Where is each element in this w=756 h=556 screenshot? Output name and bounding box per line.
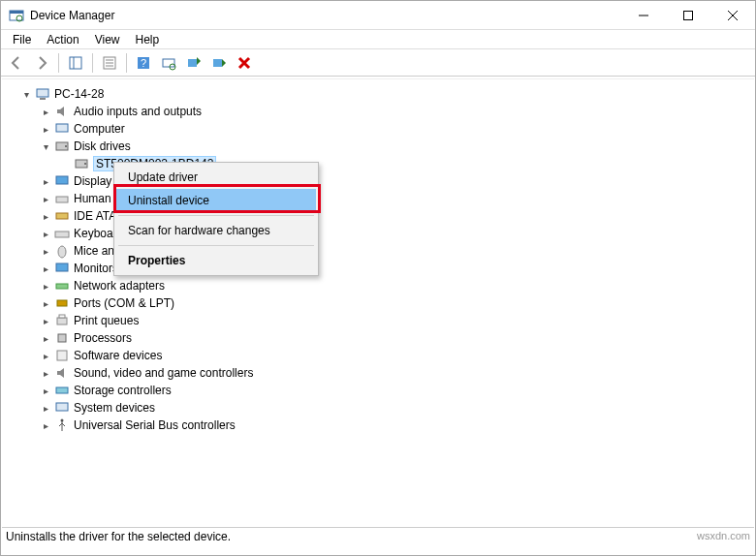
ctx-label: Update driver [128, 170, 198, 184]
svg-rect-40 [56, 387, 68, 393]
tree-node-disk-drives[interactable]: ▾ Disk drives [6, 138, 754, 155]
tree-node-sound[interactable]: ▸ Sound, video and game controllers [6, 364, 754, 382]
tree-node-processors[interactable]: ▸ Processors [6, 329, 754, 347]
update-driver-button[interactable] [182, 51, 205, 75]
menu-file[interactable]: File [5, 31, 39, 48]
svg-rect-35 [57, 300, 67, 306]
toolbar-separator [92, 53, 93, 73]
help-button[interactable]: ? [132, 51, 155, 75]
disk-icon [54, 139, 70, 154]
svg-rect-36 [57, 318, 67, 324]
expand-icon[interactable]: ▸ [39, 227, 52, 240]
expand-icon[interactable]: ▸ [39, 209, 52, 223]
tree-node-usb[interactable]: ▸ Universal Serial Bus controllers [6, 417, 754, 434]
tree-node-ports[interactable]: ▸ Ports (COM & LPT) [6, 294, 754, 312]
expand-icon[interactable]: ▸ [39, 314, 52, 327]
expand-icon[interactable]: ▸ [39, 262, 52, 275]
expand-icon[interactable]: ▸ [39, 331, 52, 345]
forward-button[interactable] [30, 51, 53, 75]
minimize-button[interactable] [621, 1, 666, 30]
expand-icon[interactable]: ▸ [39, 296, 52, 310]
expand-icon[interactable]: ▸ [39, 244, 52, 258]
tree-node-system[interactable]: ▸ System devices [6, 399, 754, 417]
expand-icon[interactable]: ▸ [39, 192, 52, 205]
expand-icon[interactable]: ▸ [39, 366, 52, 380]
expand-icon[interactable]: ▸ [39, 105, 52, 118]
ctx-uninstall-device[interactable]: Uninstall device [116, 189, 316, 212]
close-button[interactable] [710, 1, 755, 30]
ctx-update-driver[interactable]: Update driver [116, 166, 316, 189]
tree-label: IDE ATA [74, 209, 116, 223]
usb-icon [54, 417, 70, 433]
svg-point-42 [61, 419, 64, 422]
collapse-icon[interactable]: ▾ [19, 87, 33, 101]
tree-label: Sound, video and game controllers [74, 366, 253, 380]
expand-icon[interactable]: ▸ [39, 401, 52, 415]
expand-icon[interactable]: ▸ [39, 418, 52, 432]
tree-label: Processors [74, 331, 132, 345]
show-hide-tree-button[interactable] [64, 51, 87, 75]
tree-label: System devices [74, 401, 155, 415]
menu-action[interactable]: Action [39, 31, 86, 48]
ctx-scan-hardware[interactable]: Scan for hardware changes [116, 219, 316, 242]
expand-icon[interactable]: ▸ [39, 349, 52, 362]
tree-node-software[interactable]: ▸ Software devices [6, 347, 754, 364]
audio-icon [54, 104, 70, 119]
svg-point-27 [84, 163, 86, 165]
tree-root[interactable]: ▾ PC-14-28 [6, 85, 754, 103]
device-tree-panel: ▾ PC-14-28 ▸ Audio inputs and outputs ▸ … [2, 78, 754, 526]
collapse-icon[interactable]: ▾ [39, 139, 52, 153]
menu-view[interactable]: View [87, 31, 128, 48]
svg-rect-37 [59, 315, 65, 318]
cpu-icon [54, 330, 70, 346]
menu-help[interactable]: Help [128, 31, 168, 48]
uninstall-device-button[interactable] [233, 51, 256, 75]
expand-icon[interactable]: ▸ [39, 174, 52, 188]
svg-rect-18 [213, 59, 222, 67]
expand-icon[interactable]: ▸ [39, 384, 52, 397]
tree-node-audio[interactable]: ▸ Audio inputs and outputs [6, 103, 754, 120]
svg-rect-28 [56, 176, 68, 184]
svg-rect-21 [37, 89, 48, 97]
printer-icon [54, 313, 70, 328]
monitor-icon [54, 261, 70, 276]
status-bar: Uninstalls the driver for the selected d… [2, 527, 754, 554]
svg-rect-30 [56, 213, 68, 219]
display-icon [54, 173, 70, 189]
tree-node-network[interactable]: ▸ Network adapters [6, 277, 754, 294]
back-button[interactable] [5, 51, 28, 75]
scan-hardware-button[interactable] [157, 51, 180, 75]
svg-text:?: ? [141, 57, 146, 69]
disk-icon [74, 156, 89, 171]
properties-button[interactable] [98, 51, 121, 75]
ports-icon [54, 295, 70, 311]
expand-icon[interactable]: ▸ [39, 122, 52, 136]
ctx-label: Properties [128, 254, 185, 267]
tree-label: Display [74, 174, 111, 188]
ctx-separator [118, 215, 314, 216]
svg-rect-4 [684, 11, 693, 19]
enable-device-button[interactable] [207, 51, 231, 75]
system-icon [54, 400, 70, 416]
svg-rect-31 [55, 232, 69, 237]
tree-node-printq[interactable]: ▸ Print queues [6, 312, 754, 329]
expand-icon[interactable]: ▸ [39, 279, 52, 293]
tree-label: Network adapters [74, 279, 165, 293]
svg-rect-22 [40, 98, 46, 100]
tree-label: Universal Serial Bus controllers [74, 418, 236, 432]
ctx-properties[interactable]: Properties [116, 249, 316, 272]
titlebar: Device Manager [1, 1, 755, 30]
ide-icon [54, 208, 70, 224]
window-title: Device Manager [30, 9, 621, 22]
tree-node-storage[interactable]: ▸ Storage controllers [6, 382, 754, 399]
svg-rect-7 [70, 57, 81, 69]
tree-node-computer[interactable]: ▸ Computer [6, 120, 754, 138]
svg-rect-34 [56, 284, 68, 289]
no-expand [58, 157, 72, 170]
tree-label: Computer [74, 122, 125, 136]
network-icon [54, 278, 70, 293]
maximize-button[interactable] [666, 1, 710, 30]
toolbar-separator [126, 53, 127, 73]
watermark: wsxdn.com [697, 530, 750, 541]
status-text: Uninstalls the driver for the selected d… [6, 530, 231, 543]
